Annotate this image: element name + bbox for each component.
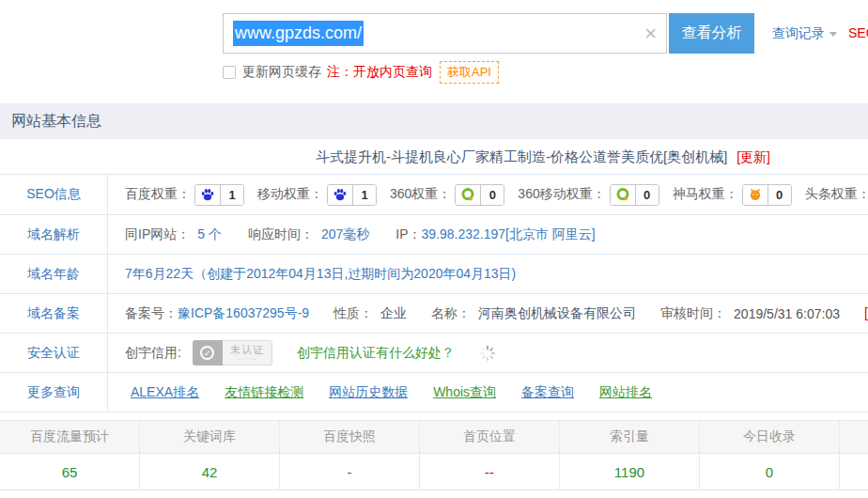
alexa-rank-link[interactable]: ALEXA排名 bbox=[131, 384, 199, 401]
ip-value-link[interactable]: 39.98.232.197[北京市 阿里云] bbox=[422, 226, 596, 243]
row-label-more: 更多查询 bbox=[0, 373, 108, 412]
360-mobile-weight: 360移动权重： 0 bbox=[518, 184, 659, 206]
ip-label: IP： bbox=[395, 226, 421, 243]
stat-homepage-pos-value: -- bbox=[485, 464, 494, 480]
row-label-icp: 域名备案 bbox=[0, 294, 108, 333]
weight-value: 0 bbox=[636, 185, 659, 205]
stats-header-row: 百度流量预计 关键词库 百度快照 首页位置 索引量 今日收录 bbox=[0, 421, 868, 454]
weight-label: 360权重： bbox=[390, 186, 451, 203]
query-history-label: 查询记录 bbox=[772, 25, 825, 40]
weight-value: 0 bbox=[768, 185, 791, 205]
credit-badge-body: 未认证 bbox=[223, 340, 272, 366]
row-label-dns: 域名解析 bbox=[0, 215, 108, 254]
response-time-label: 响应时间： bbox=[248, 226, 314, 243]
icp-update-link[interactable]: [更新] bbox=[864, 305, 868, 322]
topbar: www.gpzds.com/ × 查看分析 查询记录 SEO 更新网页缓存 注：… bbox=[0, 0, 868, 103]
360-mobile-weight-badge[interactable]: 0 bbox=[610, 184, 659, 206]
weight-value: 1 bbox=[221, 185, 243, 205]
knownsec-credit-badge[interactable]: ✓ 未认证 bbox=[193, 340, 272, 366]
weight-value: 0 bbox=[481, 185, 504, 205]
site-history-link[interactable]: 网站历史数据 bbox=[329, 384, 408, 401]
toutiao-weight: 头条权重： 头条 1 bbox=[805, 184, 868, 206]
icp-nature-label: 性质： bbox=[333, 305, 373, 322]
weight-label: 百度权重： bbox=[125, 186, 191, 203]
stat-today-included-value[interactable]: 0 bbox=[766, 464, 773, 480]
icp-name-label: 名称： bbox=[431, 305, 471, 322]
icp-nature-value: 企业 bbox=[380, 305, 407, 322]
section-header: 网站基本信息 bbox=[0, 103, 868, 139]
site-rank-link[interactable]: 网站排名 bbox=[599, 384, 652, 401]
url-input[interactable]: www.gpzds.com/ × bbox=[223, 13, 667, 54]
chevron-down-icon bbox=[829, 32, 837, 37]
baidu-stats-table: 百度流量预计 关键词库 百度快照 首页位置 索引量 今日收录 65 42 - -… bbox=[0, 420, 868, 490]
360-ring-icon bbox=[456, 185, 481, 205]
stats-header-filler bbox=[840, 421, 868, 453]
weight-label: 移动权重： bbox=[257, 186, 323, 203]
stats-header-snapshot: 百度快照 bbox=[280, 421, 420, 453]
table-row-security: 安全认证 创宇信用: ✓ 未认证 创宇信用认证有什么好处？ bbox=[0, 333, 868, 372]
baidu-paw-icon bbox=[328, 185, 353, 205]
360-ring-icon bbox=[611, 185, 636, 205]
stats-header-traffic: 百度流量预计 bbox=[0, 421, 140, 453]
weight-value: 1 bbox=[353, 185, 376, 205]
stat-traffic-value[interactable]: 65 bbox=[62, 464, 78, 480]
dns-content: 同IP网站： 5 个 响应时间： 207毫秒 IP： 39.98.232.197… bbox=[108, 215, 868, 254]
stats-value-row: 65 42 - -- 1190 0 bbox=[0, 454, 868, 490]
seo-link[interactable]: SEO bbox=[848, 25, 868, 40]
weight-label: 360移动权重： bbox=[518, 186, 605, 203]
friend-links-check-link[interactable]: 友情链接检测 bbox=[225, 384, 303, 401]
clear-input-icon[interactable]: × bbox=[644, 23, 657, 44]
age-content: 7年6月22天（创建于2012年04月13日,过期时间为2020年04月13日) bbox=[108, 255, 868, 293]
stat-keywords-value[interactable]: 42 bbox=[202, 464, 218, 480]
shenma-weight: 神马权重： 0 bbox=[673, 184, 792, 206]
shenma-icon bbox=[743, 185, 768, 205]
weight-label: 头条权重： bbox=[805, 186, 868, 203]
row-label-age: 域名年龄 bbox=[0, 255, 108, 293]
security-content: 创宇信用: ✓ 未认证 创宇信用认证有什么好处？ bbox=[108, 334, 868, 372]
url-input-value[interactable]: www.gpzds.com/ bbox=[233, 21, 364, 46]
stats-header-keywords: 关键词库 bbox=[140, 421, 280, 453]
mobile-weight-badge[interactable]: 1 bbox=[327, 184, 377, 206]
same-ip-count-link[interactable]: 5 个 bbox=[197, 226, 222, 243]
icp-query-link[interactable]: 备案查询 bbox=[521, 384, 574, 401]
icp-number-label: 备案号： bbox=[125, 305, 178, 322]
icp-audit-label: 审核时间： bbox=[660, 305, 726, 322]
credit-label: 创宇信用: bbox=[125, 345, 181, 362]
response-time-value: 207毫秒 bbox=[321, 226, 369, 243]
update-cache-checkbox[interactable] bbox=[223, 66, 236, 79]
analyze-button[interactable]: 查看分析 bbox=[669, 13, 754, 54]
table-row-seo: SEO信息 百度权重： 1 移动权重： 1 360权重： bbox=[0, 175, 868, 214]
stats-value-filler bbox=[840, 454, 868, 490]
weight-label: 神马权重： bbox=[673, 186, 738, 203]
table-row-dns: 域名解析 同IP网站： 5 个 响应时间： 207毫秒 IP： 39.98.23… bbox=[0, 214, 868, 254]
baidu-paw-icon bbox=[195, 185, 221, 205]
seo-weights: 百度权重： 1 移动权重： 1 360权重： 0 bbox=[108, 175, 868, 214]
credit-benefit-link[interactable]: 创宇信用认证有什么好处？ bbox=[297, 345, 455, 362]
row-label-security: 安全认证 bbox=[0, 334, 108, 372]
icp-audit-time: 2019/5/31 6:07:03 bbox=[734, 306, 840, 321]
inner-page-note: 注：开放内页查询 bbox=[327, 64, 432, 81]
icp-company-name: 河南奥创机械设备有限公司 bbox=[478, 305, 636, 322]
baidu-weight: 百度权重： 1 bbox=[125, 184, 244, 206]
icp-number-link[interactable]: 豫ICP备16037295号-9 bbox=[178, 305, 309, 322]
baidu-weight-badge[interactable]: 1 bbox=[194, 184, 244, 206]
domain-age-value: 7年6月22天（创建于2012年04月13日,过期时间为2020年04月13日) bbox=[125, 266, 516, 283]
same-ip-label: 同IP网站： bbox=[125, 226, 190, 243]
stat-index-value[interactable]: 1190 bbox=[614, 464, 644, 480]
360-weight-badge[interactable]: 0 bbox=[455, 184, 504, 206]
table-row-icp: 域名备案 备案号： 豫ICP备16037295号-9 性质： 企业 名称： 河南… bbox=[0, 293, 868, 333]
get-api-button[interactable]: 获取API bbox=[440, 61, 499, 84]
site-title: 斗式提升机-斗提机良心厂家精工制造-价格公道誉美质优[奥创机械] bbox=[316, 148, 727, 164]
shenma-weight-badge[interactable]: 0 bbox=[742, 184, 792, 206]
whois-query-link[interactable]: Whois查询 bbox=[433, 384, 496, 401]
site-title-row: 斗式提升机-斗提机良心厂家精工制造-价格公道誉美质优[奥创机械] [更新] bbox=[0, 139, 868, 174]
table-row-more: 更多查询 ALEXA排名 友情链接检测 网站历史数据 Whois查询 备案查询 … bbox=[0, 372, 868, 412]
site-info-table: SEO信息 百度权重： 1 移动权重： 1 360权重： bbox=[0, 174, 868, 412]
loading-spinner-icon bbox=[479, 345, 496, 362]
cache-option-row: 更新网页缓存 注：开放内页查询 获取API bbox=[223, 63, 499, 82]
query-history-link[interactable]: 查询记录 bbox=[772, 25, 837, 42]
row-label-seo: SEO信息 bbox=[0, 175, 108, 214]
stats-header-today-included: 今日收录 bbox=[700, 421, 840, 453]
title-update-link[interactable]: [更新] bbox=[736, 149, 770, 164]
verified-seal-icon: ✓ bbox=[193, 340, 223, 366]
